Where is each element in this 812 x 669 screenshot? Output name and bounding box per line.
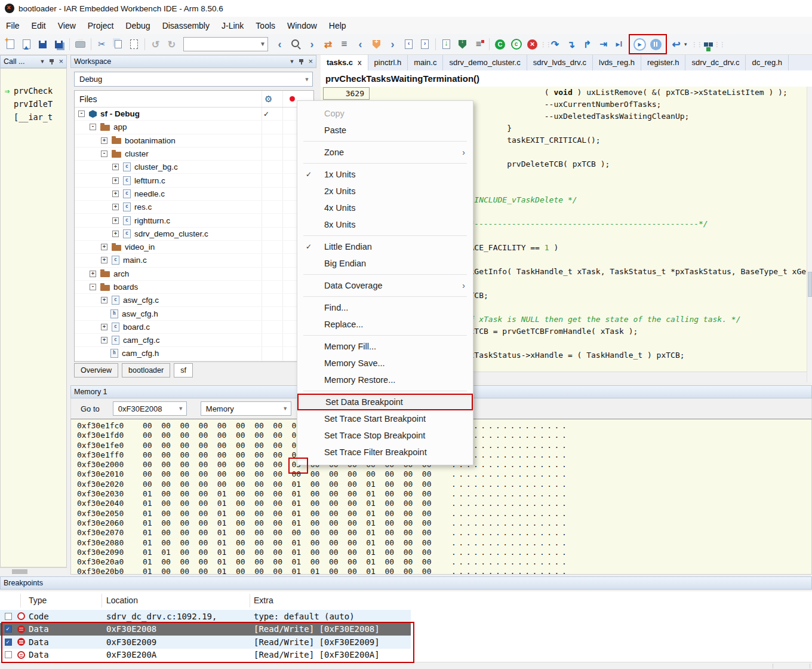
memory-byte[interactable]: 00 bbox=[217, 450, 236, 460]
memory-row[interactable]: 0xf30e20a0010000000100000001000000010000… bbox=[71, 557, 811, 567]
memory-byte[interactable]: 01 bbox=[217, 567, 236, 575]
tree-item-asw-cfg-c[interactable]: +casw_cfg.c bbox=[75, 294, 313, 307]
memory-byte[interactable]: 00 bbox=[180, 489, 198, 499]
memory-byte[interactable]: 00 bbox=[422, 528, 441, 538]
breakpoint-row[interactable]: Data0xF30E2009[Read/Write] [0xF30E2009] bbox=[0, 636, 411, 649]
break-pause-button[interactable] bbox=[648, 36, 664, 52]
memory-byte[interactable]: 00 bbox=[254, 480, 273, 489]
reset-button[interactable] bbox=[492, 36, 508, 52]
memory-byte[interactable]: 00 bbox=[199, 557, 217, 567]
memory-byte[interactable]: 00 bbox=[310, 557, 329, 567]
menu-item-little-endian[interactable]: Little Endian✓ bbox=[297, 238, 473, 255]
memory-byte[interactable]: 00 bbox=[161, 528, 180, 538]
memory-byte[interactable]: 00 bbox=[310, 499, 329, 508]
memory-byte[interactable]: 01 bbox=[310, 567, 329, 575]
memory-byte[interactable]: 00 bbox=[310, 548, 329, 557]
memory-byte[interactable]: 00 bbox=[329, 538, 347, 548]
workspace-tab-bootloader[interactable]: bootloader bbox=[122, 363, 170, 378]
expand-icon[interactable]: + bbox=[112, 164, 119, 170]
find-next-button[interactable] bbox=[304, 36, 320, 52]
expand-icon[interactable]: + bbox=[101, 297, 107, 303]
close-icon[interactable]: × bbox=[59, 59, 63, 65]
expand-icon[interactable]: + bbox=[112, 204, 119, 210]
memory-byte[interactable]: 01 bbox=[366, 548, 385, 557]
memory-byte[interactable]: 01 bbox=[292, 548, 310, 557]
memory-byte[interactable]: 00 bbox=[180, 480, 198, 489]
memory-byte[interactable]: 01 bbox=[292, 509, 310, 518]
memory-byte[interactable]: 00 bbox=[254, 460, 273, 469]
memory-byte[interactable]: 00 bbox=[236, 489, 254, 499]
tree-item-sf-debug[interactable]: -sf - Debug✓ bbox=[75, 108, 313, 121]
memory-byte[interactable]: 00 bbox=[404, 548, 422, 557]
menu-item-memory-save-[interactable]: Memory Save... bbox=[297, 355, 473, 372]
close-icon[interactable]: × bbox=[308, 59, 313, 65]
memory-byte[interactable]: 00 bbox=[347, 499, 366, 508]
menu-window[interactable]: Window bbox=[281, 19, 323, 33]
memory-byte[interactable]: 00 bbox=[199, 538, 217, 548]
scrollbar-thumb[interactable] bbox=[12, 569, 27, 574]
memory-byte[interactable]: 00 bbox=[347, 518, 366, 528]
tree-item-bootanimation[interactable]: +bootanimation bbox=[75, 134, 313, 148]
memory-byte[interactable]: 00 bbox=[180, 557, 198, 567]
menu-item-data-coverage[interactable]: Data Coverage› bbox=[297, 277, 473, 294]
expand-icon[interactable]: + bbox=[112, 231, 119, 237]
memory-byte[interactable]: 00 bbox=[180, 538, 198, 548]
menu-item-memory-restore-[interactable]: Memory Restore... bbox=[297, 372, 473, 388]
memory-byte[interactable]: 00 bbox=[236, 557, 254, 567]
save-button[interactable] bbox=[35, 36, 51, 52]
next-bookmark-button[interactable] bbox=[385, 36, 401, 52]
memory-byte[interactable]: 00 bbox=[199, 460, 217, 469]
close-tab-icon[interactable]: x bbox=[358, 58, 362, 67]
breakpoint-row[interactable]: Codesdrv_dc_drv.c:1092.19,type: default … bbox=[0, 610, 411, 623]
memory-row[interactable]: 0xf30e2080010000000100000001000000010000… bbox=[71, 538, 811, 548]
memory-byte[interactable]: 01 bbox=[143, 548, 161, 557]
pin-icon[interactable] bbox=[49, 59, 54, 65]
editor-tab-dc_reg-h[interactable]: dc_reg.h bbox=[746, 55, 789, 70]
memory-byte[interactable]: 00 bbox=[254, 538, 273, 548]
memory-byte[interactable]: 00 bbox=[180, 499, 198, 508]
chevron-down-icon[interactable]: ▾ bbox=[684, 41, 691, 47]
memory-row[interactable]: 0xf30e2020000000000000000001000000010000… bbox=[71, 480, 811, 489]
expand-icon[interactable]: + bbox=[90, 271, 96, 277]
memory-byte[interactable]: 00 bbox=[347, 538, 366, 548]
memory-byte[interactable]: 00 bbox=[180, 469, 198, 479]
debug-without-download-button[interactable] bbox=[454, 36, 470, 52]
memory-byte[interactable]: 00 bbox=[143, 421, 161, 431]
next-statement-button[interactable] bbox=[595, 36, 611, 52]
memory-byte[interactable]: 00 bbox=[217, 480, 236, 489]
memory-byte[interactable]: 00 bbox=[180, 548, 198, 557]
memory-byte[interactable]: 00 bbox=[329, 557, 347, 567]
editor-tab-sdrv_lvds_drv-c[interactable]: sdrv_lvds_drv.c bbox=[527, 55, 593, 70]
prev-bookmark-button[interactable] bbox=[352, 36, 368, 52]
memory-byte[interactable]: 00 bbox=[404, 480, 422, 489]
memory-byte[interactable]: 00 bbox=[292, 528, 310, 538]
menu-item-paste[interactable]: Paste bbox=[297, 122, 473, 139]
memory-byte[interactable]: 00 bbox=[385, 518, 403, 528]
memory-byte[interactable]: 00 bbox=[422, 480, 441, 489]
redo-button[interactable] bbox=[164, 36, 180, 52]
memory-byte[interactable]: 00 bbox=[236, 480, 254, 489]
memory-byte[interactable]: 01 bbox=[217, 538, 236, 548]
memory-byte[interactable]: 00 bbox=[180, 421, 198, 431]
memory-byte[interactable]: 00 bbox=[143, 460, 161, 469]
memory-byte[interactable]: 00 bbox=[180, 450, 198, 460]
memory-byte[interactable]: 00 bbox=[273, 489, 291, 499]
memory-byte[interactable]: 00 bbox=[273, 441, 291, 450]
menu-item-replace-[interactable]: Replace... bbox=[297, 316, 473, 333]
menu-disassembly[interactable]: Disassembly bbox=[156, 19, 216, 33]
stop-debugging-button[interactable] bbox=[668, 36, 684, 52]
memory-byte[interactable]: 00 bbox=[347, 557, 366, 567]
memory-byte[interactable]: 00 bbox=[273, 509, 291, 518]
memory-byte[interactable]: 00 bbox=[254, 450, 273, 460]
expand-icon[interactable]: + bbox=[112, 217, 119, 224]
menu-item-find-[interactable]: Find... bbox=[297, 299, 473, 316]
memory-byte[interactable]: 00 bbox=[385, 509, 403, 518]
tree-item-leftturn-c[interactable]: +cleftturn.c bbox=[75, 174, 313, 187]
memory-byte[interactable]: 00 bbox=[254, 431, 273, 440]
memory-byte[interactable]: 00 bbox=[310, 528, 329, 538]
toolbar-search-combobox[interactable]: ▼ bbox=[183, 37, 268, 51]
memory-byte[interactable]: 00 bbox=[180, 509, 198, 518]
memory-byte[interactable]: 00 bbox=[347, 567, 366, 575]
memory-row[interactable]: 0xf30e2070010000000100000000000000010000… bbox=[71, 528, 811, 538]
memory-byte[interactable]: 00 bbox=[273, 431, 291, 440]
